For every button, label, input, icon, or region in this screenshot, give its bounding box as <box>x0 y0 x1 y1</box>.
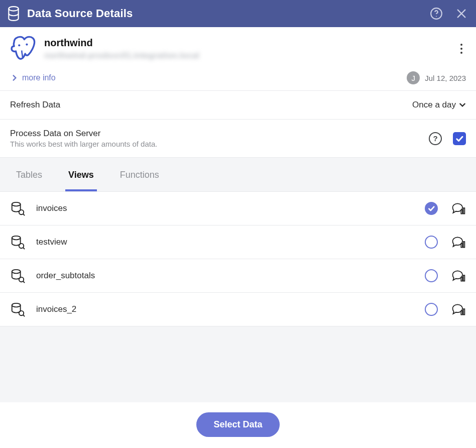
database-icon <box>7 6 20 21</box>
view-name: invoices <box>36 203 425 213</box>
tab-views[interactable]: Views <box>65 160 97 191</box>
select-view-radio[interactable] <box>425 202 438 215</box>
annotate-icon[interactable] <box>451 235 466 249</box>
svg-point-20 <box>12 303 21 307</box>
view-icon <box>10 235 25 250</box>
view-row: invoices_2 <box>0 293 476 326</box>
footer: Select Data <box>0 402 476 448</box>
svg-point-4 <box>26 43 28 45</box>
view-row: order_subtotals <box>0 259 476 293</box>
svg-point-9 <box>19 210 24 214</box>
svg-point-8 <box>12 202 21 206</box>
views-list: invoices testview <box>0 192 476 402</box>
postgres-logo-icon <box>9 35 36 62</box>
svg-point-6 <box>460 48 462 50</box>
titlebar: Data Source Details <box>0 0 476 27</box>
svg-point-7 <box>460 52 462 54</box>
more-info-row: more info J Jul 12, 2023 <box>0 67 476 91</box>
datasource-name: northwind <box>44 37 456 49</box>
created-date: Jul 12, 2023 <box>425 74 466 82</box>
svg-point-2 <box>436 16 437 17</box>
help-icon[interactable] <box>430 7 443 20</box>
datasource-subtitle: northwind-prodsvc01.integration.local <box>44 51 456 61</box>
annotate-icon[interactable] <box>451 269 466 283</box>
svg-point-0 <box>9 7 18 11</box>
svg-point-3 <box>18 44 20 46</box>
svg-point-5 <box>460 44 462 46</box>
select-view-radio[interactable] <box>425 269 438 282</box>
view-name: order_subtotals <box>36 271 425 281</box>
svg-rect-19 <box>463 275 465 281</box>
view-icon <box>10 201 25 216</box>
svg-point-16 <box>12 270 21 274</box>
process-data-sub: This works best with larger amounts of d… <box>10 140 429 148</box>
process-data-checkbox[interactable] <box>453 132 466 145</box>
datasource-header: northwind northwind-prodsvc01.integratio… <box>0 27 476 67</box>
svg-rect-22 <box>461 311 462 315</box>
view-icon <box>10 302 25 317</box>
refresh-frequency-select[interactable]: Once a day <box>412 100 466 110</box>
svg-rect-18 <box>461 277 462 281</box>
chevron-down-icon <box>459 102 466 107</box>
view-name: invoices_2 <box>36 304 425 314</box>
svg-rect-23 <box>463 309 465 314</box>
more-info-label: more info <box>22 73 56 82</box>
refresh-frequency-value: Once a day <box>412 100 456 110</box>
view-name: testview <box>36 237 425 247</box>
svg-rect-10 <box>461 210 462 214</box>
process-data-help-icon[interactable]: ? <box>429 132 442 145</box>
svg-point-21 <box>19 311 24 315</box>
refresh-data-row: Refresh Data Once a day <box>0 91 476 120</box>
process-data-row: Process Data on Server This works best w… <box>0 120 476 158</box>
annotate-icon[interactable] <box>451 201 466 215</box>
page-title: Data Source Details <box>27 7 430 20</box>
svg-rect-14 <box>461 244 462 248</box>
more-menu-button[interactable] <box>456 40 467 58</box>
view-row: invoices <box>0 192 476 226</box>
svg-point-13 <box>19 244 24 248</box>
select-data-button[interactable]: Select Data <box>196 412 279 437</box>
select-view-radio[interactable] <box>425 236 438 249</box>
tab-tables[interactable]: Tables <box>13 160 45 191</box>
svg-point-17 <box>19 277 24 282</box>
svg-rect-11 <box>463 208 465 213</box>
tabs-bar: Tables Views Functions <box>0 158 476 192</box>
refresh-data-label: Refresh Data <box>10 100 412 110</box>
user-avatar[interactable]: J <box>407 71 420 84</box>
close-icon[interactable] <box>456 8 467 19</box>
process-data-label: Process Data on Server <box>10 129 429 139</box>
view-icon <box>10 268 25 283</box>
annotate-icon[interactable] <box>451 302 466 316</box>
svg-point-12 <box>12 236 21 240</box>
view-row: testview <box>0 226 476 259</box>
tab-functions[interactable]: Functions <box>117 160 162 191</box>
more-info-toggle[interactable]: more info <box>12 73 56 82</box>
select-view-radio[interactable] <box>425 303 438 316</box>
svg-rect-15 <box>463 242 465 247</box>
